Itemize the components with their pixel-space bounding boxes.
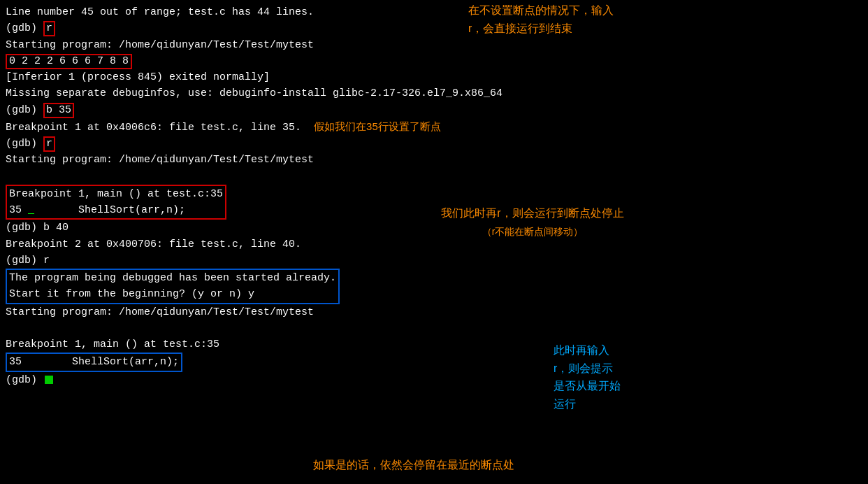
output-box: 0 2 2 2 6 6 6 7 8 8	[6, 54, 132, 69]
terminal-line: (gdb)	[6, 372, 862, 388]
terminal-line: Start it from the beginning? (y or n) y	[9, 286, 336, 302]
terminal-line: The program being debugged has been star…	[9, 270, 336, 286]
terminal-line	[6, 320, 862, 336]
cmd-b35[interactable]: b 35	[43, 103, 74, 118]
restart-box: The program being debugged has been star…	[6, 269, 340, 304]
cmd-r1[interactable]: r	[43, 21, 55, 36]
annotation-1: 在不设置断点的情况下，输入r，会直接运行到结束	[468, 1, 720, 37]
terminal-line: Breakpoint 1, main () at test.c:35	[6, 336, 862, 353]
breakpoint-box: Breakpoint 1, main () at test.c:35 35 _ …	[6, 185, 226, 220]
annotation-3: 此时再输入r，则会提示是否从最开始运行	[554, 341, 693, 413]
terminal-line: Starting program: /home/qidunyan/Test/Te…	[6, 304, 862, 320]
annotation-4: 如果是的话，依然会停留在最近的断点处	[313, 456, 663, 474]
terminal-line: Starting program: /home/qidunyan/Test/Te…	[6, 152, 862, 168]
cursor	[45, 376, 53, 384]
terminal-line: Missing separate debuginfos, use: debugi…	[6, 85, 862, 101]
terminal-line: 35 ShellSort(arr,n);	[9, 354, 179, 370]
terminal: Line number 45 out of range; test.c has …	[0, 0, 868, 392]
terminal-line: (gdb) r	[6, 136, 862, 152]
terminal-line	[6, 169, 862, 185]
terminal-line: 0 2 2 2 6 6 6 7 8 8	[6, 53, 862, 69]
terminal-line: Breakpoint 1, main () at test.c:35	[9, 186, 223, 202]
terminal-line: Line number 45 out of range; test.c has …	[6, 4, 862, 20]
terminal-line: (gdb) r	[6, 252, 862, 269]
terminal-line: 35 _ ShellSort(arr,n);	[9, 202, 223, 218]
shellsort-box2: 35 ShellSort(arr,n);	[6, 353, 182, 371]
terminal-line: Breakpoint 1 at 0x4006c6: file test.c, l…	[6, 118, 862, 136]
annotation-2: 我们此时再r，则会运行到断点处停止（r不能在断点间移动）	[400, 204, 665, 240]
terminal-line: Starting program: /home/qidunyan/Test/Te…	[6, 37, 862, 53]
terminal-line: (gdb) b 35	[6, 102, 862, 118]
terminal-line: [Inferior 1 (process 845) exited normall…	[6, 69, 862, 85]
cmd-r2[interactable]: r	[43, 136, 55, 152]
terminal-line: (gdb) r	[6, 20, 862, 36]
